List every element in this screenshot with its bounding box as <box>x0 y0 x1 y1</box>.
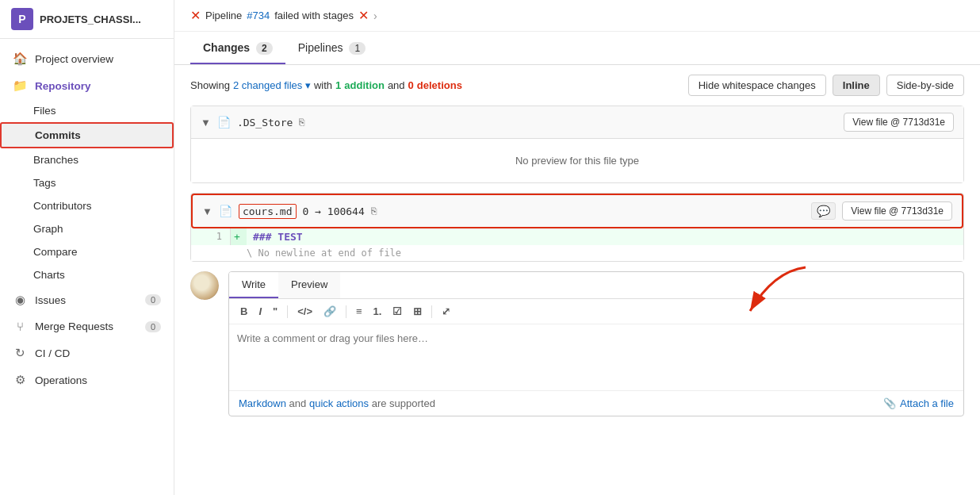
pipeline-text: Pipeline <box>205 10 242 21</box>
comment-footer: Markdown and quick actions are supported… <box>229 390 963 416</box>
comment-textarea[interactable] <box>229 324 963 388</box>
main-content: ✕ Pipeline #734 failed with stages ✕ › C… <box>174 0 980 495</box>
toolbar-sep-2 <box>346 305 346 318</box>
sidebar-item-tags[interactable]: Tags <box>0 171 174 194</box>
changed-files-label: changed files ▾ <box>242 79 311 91</box>
sidebar-charts-label: Charts <box>33 269 65 281</box>
toolbar-checklist[interactable]: ☑ <box>389 304 405 319</box>
quick-actions-link[interactable]: quick actions <box>309 397 369 409</box>
sidebar-contributors-label: Contributors <box>33 200 92 212</box>
diff-file-1-header-right: View file @ 7713d31e <box>844 113 954 132</box>
sidebar-compare-label: Compare <box>33 246 78 258</box>
sidebar-item-contributors[interactable]: Contributors <box>0 194 174 217</box>
avatar-image <box>190 271 219 300</box>
diff-line-sign: + <box>231 228 247 245</box>
toolbar-sep-1 <box>287 305 288 318</box>
tabs-bar: Changes 2 Pipelines 1 <box>174 32 980 65</box>
sidebar-item-operations[interactable]: ⚙ Operations <box>0 366 174 393</box>
sidebar-branches-label: Branches <box>33 154 78 166</box>
tab-pipelines-label: Pipelines <box>298 41 343 54</box>
toolbar-bold[interactable]: B <box>237 304 251 319</box>
toolbar-table[interactable]: ⊞ <box>410 304 425 319</box>
comment-footer-text: Markdown and quick actions are supported <box>239 397 435 409</box>
footer-rest-text: are supported <box>372 397 435 409</box>
sidebar-tags-label: Tags <box>33 177 56 189</box>
file1-copy-icon[interactable]: ⎘ <box>299 117 304 128</box>
toolbar-list-unordered[interactable]: ≡ <box>353 304 366 319</box>
sidebar-header: P PROJETS_CHASSI... <box>0 0 174 39</box>
toolbar-link[interactable]: 🔗 <box>320 304 339 319</box>
sidebar-item-files[interactable]: Files <box>0 99 174 122</box>
sidebar-item-cicd[interactable]: ↻ CI / CD <box>0 340 174 366</box>
sidebar-item-merge-requests[interactable]: ⑂ Merge Requests 0 <box>0 313 174 340</box>
file1-name: .DS_Store <box>237 117 293 129</box>
pipeline-arrow-icon: › <box>373 10 377 22</box>
sidebar-nav: 🏠 Project overview 📁 Repository Files Co… <box>0 39 174 495</box>
sidebar-item-issues[interactable]: ◉ Issues 0 <box>0 286 174 313</box>
sidebar-item-label: Project overview <box>35 53 113 65</box>
diff-file-2: ▼ 📄 cours.md 0 → 100644 ⎘ 💬 View file @ … <box>190 193 964 262</box>
sidebar-item-compare[interactable]: Compare <box>0 240 174 263</box>
sidebar-graph-label: Graph <box>33 223 63 235</box>
sidebar-operations-label: Operations <box>35 374 87 386</box>
sidebar-issues-label: Issues <box>35 294 66 306</box>
additions-count: 1 <box>335 79 341 91</box>
diff-info-left: Showing 2 changed files ▾ with 1 additio… <box>190 79 462 91</box>
sidebar-item-commits[interactable]: Commits <box>0 122 174 148</box>
hide-whitespace-button[interactable]: Hide whitespace changes <box>688 75 826 96</box>
toolbar-fullscreen[interactable]: ⤢ <box>438 304 454 319</box>
toolbar-list-ordered[interactable]: 1. <box>370 304 385 319</box>
file2-view-button[interactable]: View file @ 7713d31e <box>842 201 952 221</box>
diff-file-2-header: ▼ 📄 cours.md 0 → 100644 ⎘ 💬 View file @ … <box>191 194 963 228</box>
issues-icon: ◉ <box>13 293 27 307</box>
sidebar-item-project-overview[interactable]: 🏠 Project overview <box>0 45 174 72</box>
sidebar-files-label: Files <box>33 105 56 117</box>
tab-pipelines[interactable]: Pipelines 1 <box>285 32 378 64</box>
file1-view-button[interactable]: View file @ 7713d31e <box>844 113 954 132</box>
footer-and-text: and <box>289 397 307 409</box>
comment-tab-preview[interactable]: Preview <box>278 272 340 298</box>
inline-button[interactable]: Inline <box>833 75 880 96</box>
comment-avatar <box>190 271 219 300</box>
sidebar-item-branches[interactable]: Branches <box>0 148 174 171</box>
comment-tab-write[interactable]: Write <box>229 272 278 298</box>
attach-file-button[interactable]: 📎 Attach a file <box>883 397 954 409</box>
pipeline-close-icon[interactable]: ✕ <box>358 8 369 23</box>
file2-toggle-icon[interactable]: ▼ <box>202 205 212 217</box>
toolbar-quote[interactable]: " <box>270 304 281 319</box>
tab-pipelines-count: 1 <box>349 42 366 55</box>
toolbar-italic[interactable]: I <box>255 304 265 319</box>
attach-file-label: Attach a file <box>900 397 954 409</box>
additions-label: addition <box>344 79 385 91</box>
toolbar-sep-3 <box>431 305 432 318</box>
sidebar-item-graph[interactable]: Graph <box>0 217 174 240</box>
diff-line-number: 1 <box>191 228 231 245</box>
issues-badge: 0 <box>145 294 161 305</box>
file2-name-highlight: cours.md <box>239 204 297 219</box>
sidebar-commits-label: Commits <box>35 129 81 141</box>
diff-heading-prefix: ### <box>253 231 278 243</box>
sidebar-item-charts[interactable]: Charts <box>0 263 174 286</box>
merge-badge: 0 <box>145 321 161 332</box>
file2-copy-icon[interactable]: ⎘ <box>371 205 377 217</box>
sidebar-item-repository[interactable]: 📁 Repository <box>0 72 174 99</box>
sidebar: P PROJETS_CHASSI... 🏠 Project overview 📁… <box>0 0 174 495</box>
file1-no-preview: No preview for this file type <box>191 139 963 182</box>
diff-line-note: \ No newline at end of file <box>191 245 963 261</box>
diff-info-right: Hide whitespace changes Inline Side-by-s… <box>688 75 964 96</box>
operations-icon: ⚙ <box>13 373 27 387</box>
file2-comment-icon[interactable]: 💬 <box>811 202 836 220</box>
folder-icon: 📁 <box>13 79 27 93</box>
deletions-label: deletions <box>417 79 462 91</box>
file1-toggle-icon[interactable]: ▼ <box>201 117 211 129</box>
changed-files-link[interactable]: 2 changed files ▾ <box>233 79 311 91</box>
diff-heading-word: TEST <box>278 231 302 243</box>
tab-changes-count: 2 <box>256 42 273 55</box>
pipeline-link[interactable]: #734 <box>247 10 270 21</box>
side-by-side-button[interactable]: Side-by-side <box>886 75 964 96</box>
toolbar-code[interactable]: </> <box>294 304 316 319</box>
project-name: PROJETS_CHASSI... <box>40 13 141 25</box>
tab-changes[interactable]: Changes 2 <box>190 32 285 64</box>
markdown-link[interactable]: Markdown <box>239 397 286 409</box>
pipeline-banner: ✕ Pipeline #734 failed with stages ✕ › <box>174 0 980 32</box>
